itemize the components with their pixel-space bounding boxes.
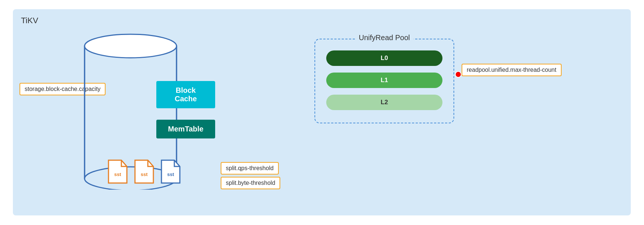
unify-read-pool-title: UnifyRead Pool <box>355 34 414 42</box>
thread-bar-l0: L0 <box>326 50 442 66</box>
sst-file-1: sst <box>107 158 129 185</box>
block-cache-box: Block Cache <box>156 81 215 108</box>
connector-dot <box>455 71 462 78</box>
tikv-label: TiKV <box>21 16 38 25</box>
sst-file-2: sst <box>133 158 155 185</box>
thread-bars: L0 L1 L2 <box>326 50 442 110</box>
memtable-box: MemTable <box>156 120 215 138</box>
unify-read-pool-container: UnifyRead Pool L0 L1 L2 <box>314 39 454 123</box>
split-byte-threshold-label: split.byte-threshold <box>221 177 280 189</box>
readpool-max-thread-count-label: readpool.unified.max-thread-count <box>462 64 562 76</box>
svg-text:sst: sst <box>141 172 148 177</box>
sst-file-3: sst <box>160 158 182 185</box>
thread-bar-l2: L2 <box>326 95 442 110</box>
svg-text:sst: sst <box>114 172 121 177</box>
svg-text:sst: sst <box>167 172 174 177</box>
tikv-container: TiKV storage.block-cache.capacity Block … <box>13 9 631 215</box>
svg-point-4 <box>85 34 177 58</box>
sst-files: sst sst sst <box>107 158 182 185</box>
split-qps-threshold-label: split.qps-threshold <box>221 162 279 175</box>
thread-bar-l1: L1 <box>326 73 442 88</box>
